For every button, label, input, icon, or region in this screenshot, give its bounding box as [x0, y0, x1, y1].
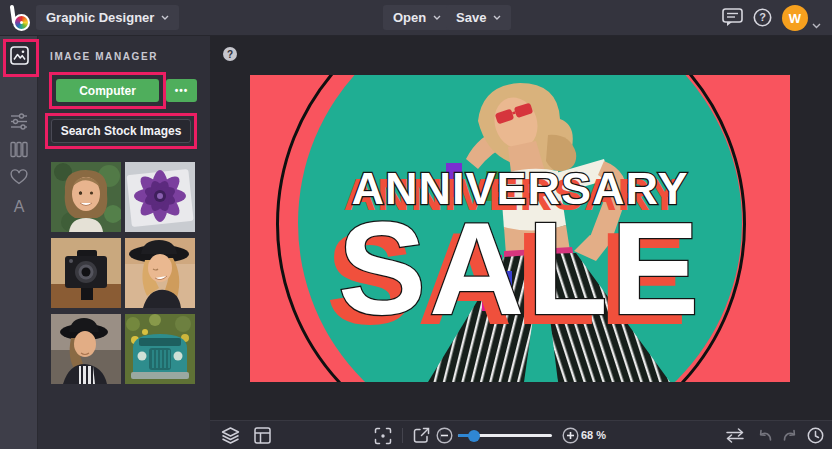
bottom-toolbar: 68 % [210, 420, 832, 449]
chevron-down-icon [493, 15, 501, 20]
app-mode-dropdown[interactable]: Graphic Designer [36, 5, 179, 30]
thumbnail-woman-in-sun-hat[interactable] [125, 238, 195, 308]
undo-icon[interactable] [752, 421, 778, 449]
columns-icon [10, 141, 28, 162]
history-icon[interactable] [802, 421, 828, 449]
top-bar: Graphic Designer Open Save [0, 0, 832, 36]
heart-icon [10, 169, 28, 189]
save-label: Save [456, 10, 486, 25]
befunky-logo-icon[interactable] [9, 5, 33, 31]
user-avatar[interactable]: W [782, 5, 808, 31]
tool-rail: A [0, 36, 38, 449]
zoom-slider-handle[interactable] [468, 430, 480, 442]
svg-text:?: ? [759, 11, 766, 23]
panel-help-icon[interactable]: ? [223, 47, 237, 61]
template-manager-icon[interactable] [250, 421, 274, 449]
expand-icon[interactable] [408, 421, 434, 449]
avatar-initial: W [789, 11, 801, 26]
text-tool-icon: A [10, 197, 28, 218]
image-manager-icon [10, 46, 29, 69]
thumbnail-woman-black-hat-striped-top[interactable] [51, 314, 121, 384]
fit-screen-icon[interactable] [370, 421, 396, 449]
thumbnail-vintage-camera-on-table[interactable] [51, 238, 121, 308]
sidebar-item-layouts[interactable] [0, 136, 38, 166]
redo-icon[interactable] [777, 421, 803, 449]
sidebar-item-image-manager[interactable] [3, 40, 36, 75]
save-button[interactable]: Save [446, 5, 511, 30]
search-stock-images-button[interactable]: Search Stock Images [51, 119, 191, 143]
account-chevron-down-icon[interactable] [812, 15, 821, 33]
svg-text:A: A [14, 197, 25, 214]
open-button[interactable]: Open [383, 5, 451, 30]
chevron-down-icon [161, 15, 169, 20]
thumbnail-smiling-woman-green-foliage[interactable] [51, 162, 121, 232]
help-icon[interactable]: ? [753, 8, 772, 31]
zoom-out-icon[interactable] [432, 421, 456, 449]
graphic-designer-app: Graphic Designer Open Save [0, 0, 832, 449]
sidebar-item-favorites[interactable] [0, 164, 38, 194]
zoom-level-value: 68 % [581, 429, 606, 441]
zoom-in-icon[interactable] [558, 421, 582, 449]
poster-subtitle[interactable]: SALE [250, 203, 790, 335]
transform-icon[interactable] [722, 421, 748, 449]
chat-icon[interactable] [722, 8, 743, 31]
computer-upload-button[interactable]: Computer [56, 79, 159, 102]
design-canvas[interactable]: ANNIVERSARY ANNIVERSARY SALE SALE [250, 75, 790, 382]
canvas-workspace: ANNIVERSARY ANNIVERSARY SALE SALE [210, 36, 832, 420]
sliders-icon [10, 113, 28, 134]
more-sources-button[interactable]: ••• [166, 79, 197, 102]
app-mode-label: Graphic Designer [46, 10, 154, 25]
ellipsis-icon: ••• [175, 85, 189, 96]
sidebar-item-text[interactable]: A [0, 192, 38, 222]
panel-title: IMAGE MANAGER [50, 51, 158, 62]
open-label: Open [393, 10, 426, 25]
image-manager-panel: IMAGE MANAGER ? Computer ••• Search Stoc… [38, 36, 210, 449]
layers-icon[interactable] [218, 421, 242, 449]
thumbnail-purple-paper-flower[interactable] [125, 162, 195, 232]
chevron-down-icon [433, 15, 441, 20]
thumbnail-teal-vintage-truck[interactable] [125, 314, 195, 384]
sidebar-item-edit[interactable] [0, 108, 38, 138]
